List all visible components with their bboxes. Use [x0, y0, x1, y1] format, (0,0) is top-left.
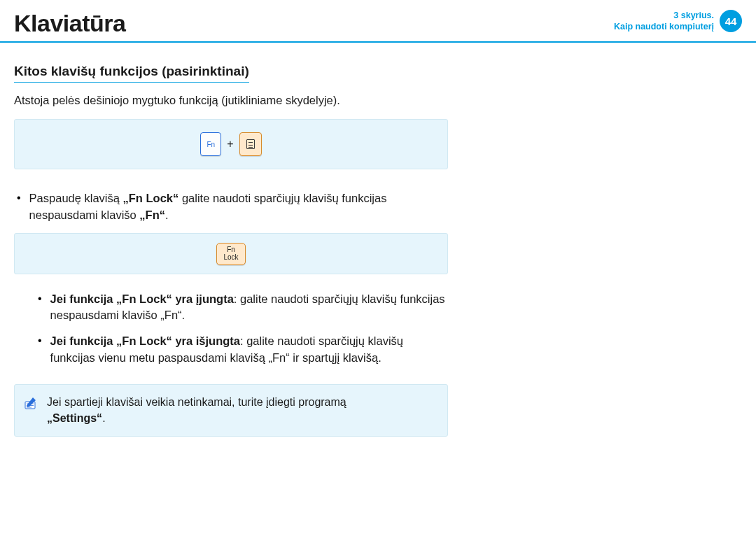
bullet-text: Jei funkcija „Fn Lock“ yra įjungta: gali… — [50, 291, 448, 324]
key-combo-row: Fn + — [200, 132, 261, 156]
text-pre: Paspaudę klavišą — [29, 192, 123, 204]
note-text: Jei spartieji klavišai veikia netinkamai… — [47, 395, 346, 426]
header-right: 3 skyrius. Kaip naudoti kompiuterį 44 — [614, 10, 742, 33]
fnlock-line2: Lock — [223, 254, 238, 262]
sub-bullet-on: • Jei funkcija „Fn Lock“ yra įjungta: ga… — [35, 291, 448, 324]
note-post: . — [102, 412, 105, 424]
note-box: Jei spartieji klavišai veikia netinkamai… — [14, 384, 448, 437]
bullet-text: Paspaudę klavišą „Fn Lock“ galite naudot… — [29, 190, 448, 223]
bullet-marker: • — [35, 291, 42, 324]
fnlock-key-icon: Fn Lock — [216, 243, 246, 265]
sub1-bold: Jei funkcija „Fn Lock“ yra įjungta — [50, 292, 234, 305]
sub-bullet-list: • Jei funkcija „Fn Lock“ yra įjungta: ga… — [14, 291, 448, 367]
page-header: Klaviatūra 3 skyrius. Kaip naudoti kompi… — [0, 0, 756, 43]
note-pencil-icon — [23, 395, 38, 414]
chapter-label: 3 skyrius. Kaip naudoti kompiuterį — [614, 10, 714, 33]
bullet-marker: • — [14, 190, 21, 223]
sub2-bold: Jei funkcija „Fn Lock“ yra išjungta — [50, 334, 240, 347]
bullet-text: Jei funkcija „Fn Lock“ yra išjungta: gal… — [50, 333, 448, 366]
text-bold-fnlock: „Fn Lock“ — [123, 192, 179, 204]
key-combo-box: Fn + — [14, 119, 448, 169]
fnlock-key-box: Fn Lock — [14, 233, 448, 274]
note-bold: „Settings“ — [47, 412, 102, 424]
note-line1: Jei spartieji klavišai veikia netinkamai… — [47, 396, 346, 408]
chapter-line2: Kaip naudoti kompiuterį — [614, 21, 714, 32]
plus-symbol: + — [227, 138, 233, 150]
sub-bullet-off: • Jei funkcija „Fn Lock“ yra išjungta: g… — [35, 333, 448, 366]
content-column: Kitos klavišų funkcijos (pasirinktinai) … — [0, 43, 462, 451]
page-title: Klaviatūra — [14, 10, 125, 37]
menu-glyph-icon — [246, 139, 255, 149]
context-menu-key-icon — [239, 132, 262, 156]
text-bold-fn: „Fn“ — [139, 209, 165, 221]
chapter-line1: 3 skyrius. — [614, 10, 714, 21]
bullet-fnlock-intro: • Paspaudę klavišą „Fn Lock“ galite naud… — [14, 190, 448, 223]
section-heading: Kitos klavišų funkcijos (pasirinktinai) — [14, 64, 249, 83]
page-number-badge: 44 — [720, 10, 742, 32]
fn-key-icon: Fn — [200, 132, 221, 156]
intro-paragraph: Atstoja pelės dešiniojo mygtuko funkciją… — [14, 92, 448, 108]
text-post: . — [165, 209, 169, 221]
bullet-marker: • — [35, 333, 42, 366]
